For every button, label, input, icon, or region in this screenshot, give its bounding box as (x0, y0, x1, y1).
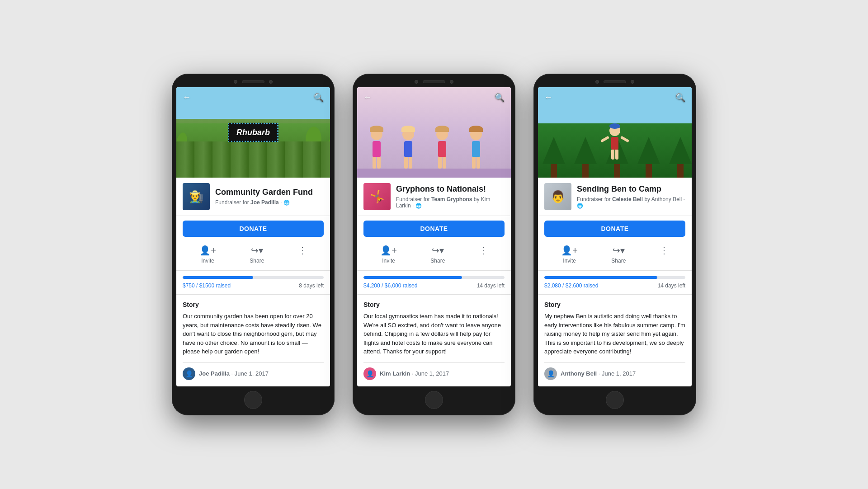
story-label: Story (544, 301, 685, 308)
invite-icon: 👤+ (199, 245, 216, 256)
invite-icon: 👤+ (561, 245, 578, 256)
story-text: Our community garden has been open for o… (183, 312, 324, 356)
profile-thumb: 🤸 (363, 183, 391, 210)
phone-camera (234, 80, 237, 84)
search-icon[interactable]: 🔍 (495, 93, 505, 103)
back-icon[interactable]: ← (363, 93, 372, 103)
home-button[interactable] (606, 391, 624, 409)
hero-image-1: Rhubarb ← 🔍 (176, 87, 330, 178)
story-author: 👤 Joe Padilla · June 1, 2017 (183, 362, 324, 380)
fundraiser-subtitle: Fundraiser for Joe Padilla · 🌐 (215, 199, 324, 206)
donate-button[interactable]: DONATE (363, 221, 505, 237)
story-author: 👤 Kim Larkin · June 1, 2017 (363, 362, 505, 380)
search-icon[interactable]: 🔍 (314, 93, 324, 103)
invite-button[interactable]: 👤+ Invite (380, 245, 397, 264)
progress-raised: $4,200 / $6,000 raised (363, 282, 417, 289)
author-avatar: 👤 (544, 367, 557, 380)
hero-image-2: ← 🔍 (357, 87, 511, 178)
story-text: Our local gymnastics team has made it to… (363, 312, 505, 356)
fundraiser-header-3: 👨Sending Ben to CampFundraiser for Celes… (538, 178, 692, 216)
phone-speaker (604, 80, 626, 83)
hero-image-3: ← 🔍 (538, 87, 692, 178)
story-text: My nephew Ben is autistic and doing well… (544, 312, 685, 356)
fundraiser-title: Community Garden Fund (215, 188, 324, 197)
phone-camera (595, 80, 599, 84)
search-icon[interactable]: 🔍 (675, 93, 685, 103)
days-left: 14 days left (477, 282, 505, 289)
phone-camera (415, 80, 418, 84)
fundraiser-header-1: 👨‍🌾Community Garden FundFundraiser for J… (176, 178, 330, 216)
progress-raised: $750 / $1500 raised (183, 282, 231, 289)
author-avatar: 👤 (363, 367, 376, 380)
share-button[interactable]: ↪▾ Share (430, 245, 445, 264)
share-icon: ↪▾ (251, 245, 263, 256)
share-icon: ↪▾ (432, 245, 444, 256)
home-button[interactable] (425, 391, 443, 409)
progress-fill (183, 276, 253, 279)
phone-screen-3: ← 🔍 👨Sending Ben to CampFundraiser for C… (538, 87, 692, 386)
invite-button[interactable]: 👤+ Invite (199, 245, 216, 264)
more-button[interactable]: ⋮ (660, 245, 669, 264)
progress-fill (363, 276, 462, 279)
share-button[interactable]: ↪▾ Share (611, 245, 626, 264)
donate-button[interactable]: DONATE (544, 221, 685, 237)
progress-raised: $2,080 / $2,600 raised (544, 282, 598, 289)
profile-thumb: 👨 (544, 183, 571, 210)
home-button[interactable] (244, 391, 262, 409)
phone-1: Rhubarb ← 🔍 👨‍🌾Community Garden FundFund… (172, 74, 335, 415)
more-button[interactable]: ⋮ (298, 245, 307, 264)
author-name: Kim Larkin · June 1, 2017 (380, 370, 449, 377)
share-label: Share (250, 258, 264, 264)
more-icon: ⋮ (479, 245, 488, 256)
days-left: 8 days left (299, 282, 324, 289)
story-author: 👤 Anthony Bell · June 1, 2017 (544, 362, 685, 380)
more-button[interactable]: ⋮ (479, 245, 488, 264)
invite-label: Invite (382, 258, 395, 264)
fundraiser-header-2: 🤸Gryphons to Nationals!Fundraiser for Te… (357, 178, 511, 216)
fundraiser-subtitle: Fundraiser for Celeste Bell by Anthony B… (577, 196, 685, 209)
share-icon: ↪▾ (613, 245, 625, 256)
days-left: 14 days left (658, 282, 685, 289)
fundraiser-title: Gryphons to Nationals! (396, 184, 505, 194)
fundraiser-title: Sending Ben to Camp (577, 184, 685, 194)
phone-camera-2 (269, 80, 273, 84)
phone-speaker (242, 80, 264, 83)
more-icon: ⋮ (660, 245, 669, 256)
phones-container: Rhubarb ← 🔍 👨‍🌾Community Garden FundFund… (172, 74, 696, 415)
fundraiser-subtitle: Fundraiser for Team Gryphons by Kim Lark… (396, 196, 505, 209)
story-label: Story (183, 301, 324, 308)
share-button[interactable]: ↪▾ Share (250, 245, 264, 264)
more-icon: ⋮ (298, 245, 307, 256)
phone-camera-2 (450, 80, 453, 84)
back-icon[interactable]: ← (183, 93, 191, 103)
invite-label: Invite (563, 258, 576, 264)
share-label: Share (430, 258, 445, 264)
author-avatar: 👤 (183, 367, 195, 380)
phone-camera-2 (631, 80, 634, 84)
profile-thumb: 👨‍🌾 (183, 183, 210, 210)
author-name: Anthony Bell · June 1, 2017 (561, 370, 636, 377)
phone-speaker (423, 80, 445, 83)
phone-screen-2: ← 🔍 🤸Gryphons to Nationals!Fundraiser fo… (357, 87, 511, 386)
phone-2: ← 🔍 🤸Gryphons to Nationals!Fundraiser fo… (353, 74, 515, 415)
phone-screen-1: Rhubarb ← 🔍 👨‍🌾Community Garden FundFund… (176, 87, 330, 386)
invite-icon: 👤+ (380, 245, 397, 256)
share-label: Share (611, 258, 626, 264)
invite-button[interactable]: 👤+ Invite (561, 245, 578, 264)
progress-fill (544, 276, 657, 279)
back-icon[interactable]: ← (544, 93, 552, 103)
invite-label: Invite (201, 258, 214, 264)
author-name: Joe Padilla · June 1, 2017 (199, 370, 269, 377)
donate-button[interactable]: DONATE (183, 221, 324, 237)
phone-3: ← 🔍 👨Sending Ben to CampFundraiser for C… (533, 74, 696, 415)
story-label: Story (363, 301, 505, 308)
